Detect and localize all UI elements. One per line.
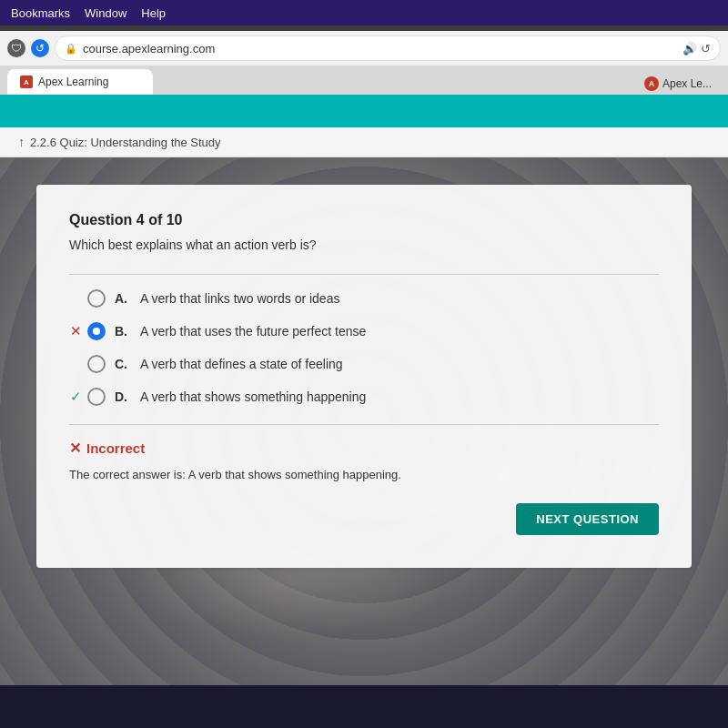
quiz-card: Question 4 of 10 Which best explains wha… (36, 185, 692, 568)
breadcrumb-text: 2.2.6 Quiz: Understanding the Study (30, 136, 221, 149)
tab-title: Apex Learning (38, 76, 108, 88)
help-menu[interactable]: Help (141, 6, 166, 20)
options-list: A. A verb that links two words or ideas … (69, 289, 659, 406)
option-b-text: A verb that uses the future perfect tens… (140, 324, 366, 339)
main-content: Question 4 of 10 Which best explains wha… (0, 157, 728, 685)
option-a-row[interactable]: A. A verb that links two words or ideas (87, 289, 659, 308)
x-mark-icon: ✕ (69, 440, 81, 457)
browser-nav-icons: 🛡 ↺ (7, 39, 49, 57)
tab-right-text: Apex Le... (662, 77, 712, 90)
question-text: Which best explains what an action verb … (69, 238, 659, 252)
button-area: NEXT QUESTION (69, 503, 659, 535)
os-menu-bar: Bookmarks Window Help (0, 0, 728, 25)
shield-icon[interactable]: 🛡 (7, 39, 25, 57)
next-question-button[interactable]: NEXT QUESTION (516, 503, 659, 535)
address-text: course.apexlearning.com (83, 42, 215, 56)
option-d-radio[interactable] (87, 388, 106, 406)
lock-icon: 🔒 (65, 43, 77, 55)
option-b-radio[interactable] (87, 322, 106, 340)
option-b-letter: B. (115, 324, 131, 339)
incorrect-label: ✕ Incorrect (69, 440, 659, 457)
question-label: Question 4 of 10 (69, 212, 659, 228)
radio-inner-dot (93, 328, 100, 335)
option-a-text: A verb that links two words or ideas (140, 291, 339, 306)
apex-avatar-icon: A (644, 76, 659, 91)
correct-answer-value: A verb that shows something happening. (188, 468, 401, 481)
option-c-letter: C. (115, 357, 131, 371)
option-c-row[interactable]: C. A verb that defines a state of feelin… (87, 355, 659, 373)
option-b-row[interactable]: ✕ B. A verb that uses the future perfect… (87, 322, 659, 340)
tab-right-area: A Apex Le... (635, 73, 721, 95)
speaker-icon: 🔊 ↺ (682, 42, 711, 56)
option-c-text: A verb that defines a state of feeling (140, 357, 343, 371)
wrong-icon: ✕ (67, 323, 84, 339)
option-a-radio[interactable] (87, 289, 106, 308)
option-d-row[interactable]: ✓ D. A verb that shows something happeni… (87, 388, 659, 406)
apex-top-bar (0, 95, 728, 127)
option-c-radio[interactable] (87, 355, 106, 373)
feedback-section: ✕ Incorrect The correct answer is: A ver… (69, 424, 659, 535)
apex-tab[interactable]: A Apex Learning (7, 69, 153, 95)
browser-chrome: 🛡 ↺ 🔒 course.apexlearning.com 🔊 ↺ A Apex… (0, 25, 728, 95)
correct-icon: ✓ (67, 389, 84, 405)
breadcrumb-arrow-icon: ↑ (18, 135, 25, 149)
refresh-icon[interactable]: ↺ (31, 39, 49, 57)
browser-toolbar: 🛡 ↺ 🔒 course.apexlearning.com 🔊 ↺ (0, 31, 728, 66)
option-d-letter: D. (115, 389, 131, 404)
top-divider (69, 274, 659, 275)
option-d-text: A verb that shows something happening (140, 389, 366, 404)
correct-answer-prefix: The correct answer is: (69, 468, 186, 481)
tab-favicon: A (20, 76, 33, 88)
address-bar[interactable]: 🔒 course.apexlearning.com 🔊 ↺ (55, 35, 721, 61)
bookmarks-menu[interactable]: Bookmarks (11, 6, 70, 20)
incorrect-text: Incorrect (86, 440, 145, 456)
option-a-letter: A. (115, 291, 131, 306)
correct-answer-text: The correct answer is: A verb that shows… (69, 468, 659, 481)
window-menu[interactable]: Window (85, 6, 126, 20)
tab-bar: A Apex Learning A Apex Le... (0, 66, 728, 95)
breadcrumb-bar: ↑ 2.2.6 Quiz: Understanding the Study (0, 127, 728, 157)
